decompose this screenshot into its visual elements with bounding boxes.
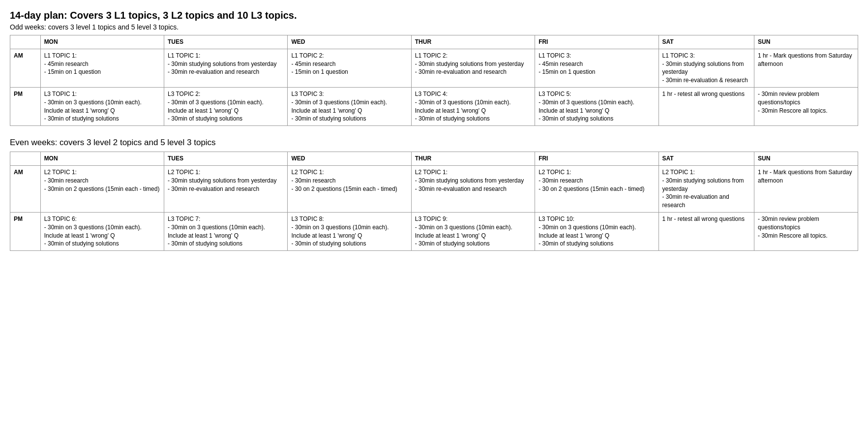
even-am-sat: L2 TOPIC 1:- 30min studying solutions fr… [658,165,754,212]
odd-pm-mon: L3 TOPIC 1:- 30min on 3 questions (10min… [40,87,164,125]
even-pm-sat: 1 hr - retest all wrong questions [658,212,754,250]
even-am-row: AM L2 TOPIC 1:- 30min research- 30min on… [10,165,858,212]
even-weeks-subtitle: Even weeks: covers 3 level 2 topics and … [10,138,858,148]
even-am-wed: L2 TOPIC 1:- 30min research- 30 on 2 que… [288,165,411,212]
odd-am-header: AM [10,49,41,87]
even-pm-thur: L3 TOPIC 9:- 30min on 3 questions (10min… [411,212,535,250]
odd-pm-sat: 1 hr - retest all wrong questions [658,87,754,125]
even-am-thur: L2 TOPIC 1:- 30min studying solutions fr… [411,165,535,212]
even-header-mon: MON [40,152,164,166]
even-header-empty [10,152,41,166]
odd-pm-wed: L3 TOPIC 3:- 30min of 3 questions (10min… [288,87,411,125]
even-am-fri: L2 TOPIC 1:- 30min research- 30 on 2 que… [535,165,658,212]
main-title: 14-day plan: Covers 3 L1 topics, 3 L2 to… [10,10,858,21]
odd-weeks-subtitle: Odd weeks: covers 3 level 1 topics and 5… [10,23,858,31]
even-pm-mon: L3 TOPIC 6:- 30min on 3 questions (10min… [40,212,164,250]
even-pm-header: PM [10,212,41,250]
even-am-header: AM [10,165,41,212]
odd-am-tues: L1 TOPIC 1:- 30min studying solutions fr… [164,49,288,87]
odd-pm-fri: L3 TOPIC 5:- 30min of 3 questions (10min… [535,87,658,125]
odd-pm-tues: L3 TOPIC 2:- 30min of 3 questions (10min… [164,87,288,125]
odd-header-tues: TUES [164,35,288,49]
even-pm-row: PM L3 TOPIC 6:- 30min on 3 questions (10… [10,212,858,250]
even-header-fri: FRI [535,152,658,166]
odd-header-sat: SAT [658,35,754,49]
odd-header-fri: FRI [535,35,658,49]
odd-header-thur: THUR [411,35,535,49]
odd-am-sun: 1 hr - Mark questions from Saturday afte… [754,49,858,87]
odd-weeks-header-row: MON TUES WED THUR FRI SAT SUN [10,35,858,49]
odd-pm-row: PM L3 TOPIC 1:- 30min on 3 questions (10… [10,87,858,125]
odd-header-sun: SUN [754,35,858,49]
even-pm-tues: L3 TOPIC 7:- 30min on 3 questions (10min… [164,212,288,250]
even-pm-wed: L3 TOPIC 8:- 30min on 3 questions (10min… [288,212,411,250]
odd-am-wed: L1 TOPIC 2:- 45min research- 15min on 1 … [288,49,411,87]
even-am-mon: L2 TOPIC 1:- 30min research- 30min on 2 … [40,165,164,212]
odd-am-fri: L1 TOPIC 3:- 45min research- 15min on 1 … [535,49,658,87]
even-header-thur: THUR [411,152,535,166]
even-weeks-table: MON TUES WED THUR FRI SAT SUN AM L2 TOPI… [10,152,858,251]
even-am-sun: 1 hr - Mark questions from Saturday afte… [754,165,858,212]
even-header-sun: SUN [754,152,858,166]
even-weeks-header-row: MON TUES WED THUR FRI SAT SUN [10,152,858,166]
odd-header-wed: WED [288,35,411,49]
odd-pm-sun: - 30min review problem questions/topics-… [754,87,858,125]
even-header-sat: SAT [658,152,754,166]
even-am-tues: L2 TOPIC 1:- 30min studying solutions fr… [164,165,288,212]
odd-pm-thur: L3 TOPIC 4:- 30min of 3 questions (10min… [411,87,535,125]
odd-header-mon: MON [40,35,164,49]
odd-weeks-table: MON TUES WED THUR FRI SAT SUN AM L1 TOPI… [10,35,858,126]
odd-am-row: AM L1 TOPIC 1:- 45min research- 15min on… [10,49,858,87]
even-header-tues: TUES [164,152,288,166]
odd-am-thur: L1 TOPIC 2:- 30min studying solutions fr… [411,49,535,87]
odd-header-empty [10,35,41,49]
even-pm-sun: - 30min review problem questions/topics-… [754,212,858,250]
odd-am-mon: L1 TOPIC 1:- 45min research- 15min on 1 … [40,49,164,87]
odd-pm-header: PM [10,87,41,125]
odd-am-sat: L1 TOPIC 3:- 30min studying solutions fr… [658,49,754,87]
even-header-wed: WED [288,152,411,166]
even-pm-fri: L3 TOPIC 10:- 30min on 3 questions (10mi… [535,212,658,250]
